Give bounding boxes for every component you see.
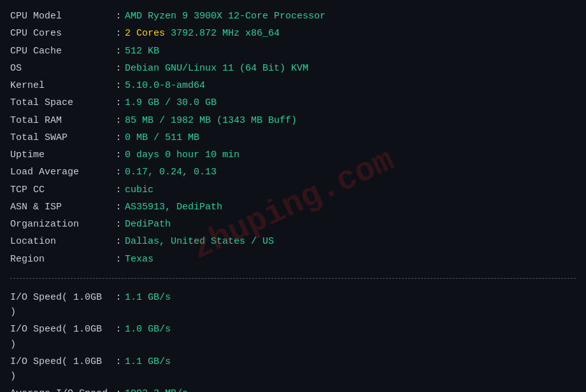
row-colon: : [112,129,125,146]
row-value: Dallas, United States / US [125,233,576,250]
row-value: 1.1 GB/s [125,353,576,386]
table-row: Total Space:1.9 GB / 30.0 GB [10,94,576,111]
row-label: Total RAM [10,112,112,129]
section-divider [10,278,576,279]
row-label: Organization [10,216,112,233]
row-label: CPU Cache [10,43,112,60]
table-row: Region:Texas [10,251,576,268]
row-value: 2 Cores 3792.872 MHz x86_64 [125,25,576,42]
row-label: Average I/O Speed [10,385,112,392]
row-label: Kernel [10,77,112,94]
system-info-table: CPU Model:AMD Ryzen 9 3900X 12-Core Proc… [10,8,576,268]
table-row: Load Average:0.17, 0.24, 0.13 [10,164,576,181]
table-row: TCP CC:cubic [10,181,576,199]
table-row: I/O Speed( 1.0GB ):1.1 GB/s [10,289,576,321]
table-row: Average I/O Speed:1092.3 MB/s [10,385,576,392]
row-label: Location [10,233,112,250]
row-colon: : [112,321,125,353]
row-colon: : [112,216,125,233]
table-row: CPU Cores:2 Cores 3792.872 MHz x86_64 [10,25,576,42]
row-value: Texas [125,251,576,268]
row-value: 1.0 GB/s [125,321,576,353]
table-row: I/O Speed( 1.0GB ):1.0 GB/s [10,321,576,353]
table-row: CPU Cache:512 KB [10,43,576,60]
row-label: Region [10,251,112,268]
row-label: Total SWAP [10,129,112,146]
row-colon: : [112,77,125,94]
row-colon: : [112,385,125,392]
row-colon: : [112,146,125,164]
table-row: Location:Dallas, United States / US [10,233,576,250]
row-value: AS35913, DediPath [125,199,576,216]
row-label: CPU Model [10,8,112,25]
row-value: Debian GNU/Linux 11 (64 Bit) KVM [125,60,576,77]
io-info-table: I/O Speed( 1.0GB ):1.1 GB/sI/O Speed( 1.… [10,289,576,392]
row-value: 512 KB [125,43,576,60]
row-value: AMD Ryzen 9 3900X 12-Core Processor [125,8,576,25]
table-row: Organization:DediPath [10,216,576,233]
row-value: 0 MB / 511 MB [125,129,576,146]
row-colon: : [112,8,125,25]
row-label: I/O Speed( 1.0GB ) [10,321,112,353]
row-label: I/O Speed( 1.0GB ) [10,353,112,386]
row-colon: : [112,199,125,216]
row-colon: : [112,60,125,77]
row-colon: : [112,233,125,250]
row-colon: : [112,112,125,129]
table-row: Uptime:0 days 0 hour 10 min [10,146,576,164]
row-value: 1.9 GB / 30.0 GB [125,94,576,111]
row-label: I/O Speed( 1.0GB ) [10,289,112,321]
row-colon: : [112,251,125,268]
table-row: CPU Model:AMD Ryzen 9 3900X 12-Core Proc… [10,8,576,25]
table-row: Total SWAP:0 MB / 511 MB [10,129,576,146]
table-row: Kernel:5.10.0-8-amd64 [10,77,576,94]
row-value: 85 MB / 1982 MB (1343 MB Buff) [125,112,576,129]
row-value: cubic [125,181,576,199]
row-colon: : [112,289,125,321]
row-colon: : [112,164,125,181]
row-value: 0 days 0 hour 10 min [125,146,576,164]
row-colon: : [112,353,125,386]
table-row: Total RAM:85 MB / 1982 MB (1343 MB Buff) [10,112,576,129]
row-value: 1.1 GB/s [125,289,576,321]
row-label: CPU Cores [10,25,112,42]
row-label: OS [10,60,112,77]
table-row: I/O Speed( 1.0GB ):1.1 GB/s [10,353,576,386]
row-colon: : [112,25,125,42]
row-label: Total Space [10,94,112,111]
row-value: 5.10.0-8-amd64 [125,77,576,94]
table-row: OS:Debian GNU/Linux 11 (64 Bit) KVM [10,60,576,77]
row-colon: : [112,181,125,199]
row-label: Uptime [10,146,112,164]
row-value: 1092.3 MB/s [125,385,576,392]
system-section: CPU Model:AMD Ryzen 9 3900X 12-Core Proc… [10,8,576,272]
row-colon: : [112,94,125,111]
row-value: DediPath [125,216,576,233]
io-section: I/O Speed( 1.0GB ):1.1 GB/sI/O Speed( 1.… [10,285,576,392]
row-label: ASN & ISP [10,199,112,216]
row-label: TCP CC [10,181,112,199]
row-label: Load Average [10,164,112,181]
row-value: 0.17, 0.24, 0.13 [125,164,576,181]
table-row: ASN & ISP:AS35913, DediPath [10,199,576,216]
row-colon: : [112,43,125,60]
